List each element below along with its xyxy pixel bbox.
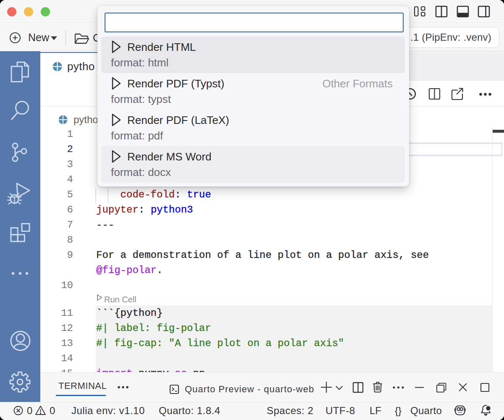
svg-text:pytho: pytho	[67, 60, 95, 73]
svg-text:0: 0	[27, 405, 32, 416]
svg-text:LF: LF	[370, 405, 381, 416]
svg-text:Quarto: 1.8.4: Quarto: 1.8.4	[159, 405, 220, 416]
svg-text:Quarto Preview - quarto-web: Quarto Preview - quarto-web	[185, 384, 314, 394]
svg-text:Julia env: v1.10: Julia env: v1.10	[71, 405, 145, 416]
svg-text:0: 0	[50, 405, 55, 416]
svg-text:Spaces: 2: Spaces: 2	[267, 405, 313, 416]
svg-text:New: New	[28, 32, 50, 43]
svg-text:Quarto: Quarto	[410, 405, 442, 416]
svg-text:{}: {}	[395, 405, 402, 416]
svg-text:UTF-8: UTF-8	[326, 405, 355, 416]
